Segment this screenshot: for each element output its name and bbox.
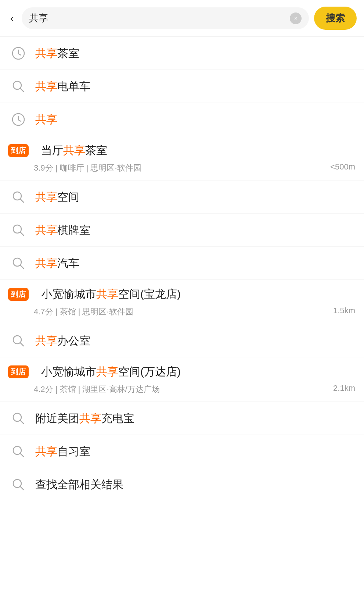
header: ‹ 共享 × 搜索 <box>0 0 364 37</box>
search-icon <box>9 478 28 492</box>
dao-dian-badge-wrap: 到店 <box>9 144 28 157</box>
item-content: 共享汽车 <box>35 256 355 271</box>
item-title: 共享自习室 <box>35 444 355 459</box>
store-row: 到店 当厅共享茶室 <box>9 143 355 158</box>
dao-dian-badge: 到店 <box>8 288 29 301</box>
store-distance: <500m <box>330 162 355 172</box>
store-list-item[interactable]: 到店 小宽愉城市共享空间(宝龙店) 4.7分 | 茶馆 | 思明区·软件园 1.… <box>0 280 364 324</box>
store-meta-row: 4.7分 | 茶馆 | 思明区·软件园 1.5km <box>9 304 355 317</box>
svg-line-4 <box>20 88 24 92</box>
search-button[interactable]: 搜索 <box>314 7 357 30</box>
search-icon <box>9 79 28 93</box>
store-meta: 3.9分 | 咖啡厅 | 思明区·软件园 <box>34 163 141 174</box>
item-content: 共享 <box>35 112 355 127</box>
svg-line-21 <box>20 486 24 490</box>
svg-line-11 <box>20 232 24 235</box>
item-title: 附近美团共享充电宝 <box>35 411 355 426</box>
svg-line-7 <box>18 120 21 121</box>
history-icon <box>9 113 28 126</box>
item-title: 共享空间 <box>35 189 355 205</box>
search-input-value[interactable]: 共享 <box>29 12 290 25</box>
store-list-item[interactable]: 到店 小宽愉城市共享空间(万达店) 4.2分 | 茶馆 | 湖里区·高林/万达广… <box>0 357 364 402</box>
item-content: 共享自习室 <box>35 444 355 459</box>
list-item[interactable]: 共享空间 <box>0 181 364 214</box>
list-item[interactable]: 共享茶室 <box>0 37 364 70</box>
clear-button[interactable]: × <box>290 13 302 24</box>
store-row: 到店 小宽愉城市共享空间(万达店) <box>9 364 355 379</box>
list-item[interactable]: 共享汽车 <box>0 247 364 280</box>
store-meta-row: 4.2分 | 茶馆 | 湖里区·高林/万达广场 2.1km <box>9 382 355 395</box>
search-bar: 共享 × <box>22 7 309 29</box>
search-icon <box>9 445 28 458</box>
item-title: 共享办公室 <box>35 333 355 349</box>
store-list-item[interactable]: 到店 当厅共享茶室 3.9分 | 咖啡厅 | 思明区·软件园 <500m <box>0 136 364 181</box>
store-distance: 1.5km <box>333 306 355 315</box>
svg-line-13 <box>20 265 24 268</box>
search-icon <box>9 334 28 348</box>
dao-dian-badge: 到店 <box>8 365 29 378</box>
search-icon <box>9 411 28 425</box>
search-icon <box>9 256 28 270</box>
list-item[interactable]: 共享办公室 <box>0 324 364 357</box>
store-title: 当厅共享茶室 <box>41 143 107 158</box>
item-title: 共享汽车 <box>35 256 355 271</box>
item-content: 查找全部相关结果 <box>35 477 355 492</box>
item-content: 共享办公室 <box>35 333 355 349</box>
store-title: 小宽愉城市共享空间(万达店) <box>41 364 181 379</box>
item-title: 共享电单车 <box>35 79 355 94</box>
store-meta-row: 3.9分 | 咖啡厅 | 思明区·软件园 <500m <box>9 160 355 174</box>
list-item[interactable]: 共享电单车 <box>0 70 364 103</box>
item-content: 共享棋牌室 <box>35 222 355 238</box>
item-content: 共享茶室 <box>35 46 355 61</box>
back-button[interactable]: ‹ <box>7 11 17 26</box>
item-title: 查找全部相关结果 <box>35 477 355 492</box>
search-results-list: 共享茶室 共享电单车 共享 <box>0 37 364 501</box>
item-content: 共享空间 <box>35 189 355 205</box>
dao-dian-badge: 到店 <box>8 144 29 157</box>
item-title: 共享茶室 <box>35 46 355 61</box>
dao-dian-badge-wrap: 到店 <box>9 365 28 378</box>
svg-line-17 <box>20 420 24 424</box>
svg-line-2 <box>18 54 21 55</box>
list-item[interactable]: 查找全部相关结果 <box>0 468 364 501</box>
svg-line-9 <box>20 199 24 202</box>
store-distance: 2.1km <box>333 383 355 393</box>
dao-dian-badge-wrap: 到店 <box>9 288 28 301</box>
search-icon <box>9 223 28 237</box>
item-title: 共享 <box>35 112 355 127</box>
svg-line-19 <box>20 453 24 457</box>
history-icon <box>9 46 28 60</box>
item-content: 共享电单车 <box>35 79 355 94</box>
item-content: 附近美团共享充电宝 <box>35 411 355 426</box>
search-icon <box>9 190 28 204</box>
store-title: 小宽愉城市共享空间(宝龙店) <box>41 286 181 302</box>
svg-line-15 <box>20 343 24 346</box>
store-row: 到店 小宽愉城市共享空间(宝龙店) <box>9 286 355 302</box>
list-item[interactable]: 共享 <box>0 103 364 136</box>
list-item[interactable]: 共享棋牌室 <box>0 214 364 247</box>
store-meta: 4.7分 | 茶馆 | 思明区·软件园 <box>34 306 133 317</box>
list-item[interactable]: 附近美团共享充电宝 <box>0 402 364 435</box>
store-meta: 4.2分 | 茶馆 | 湖里区·高林/万达广场 <box>34 384 160 395</box>
list-item[interactable]: 共享自习室 <box>0 435 364 468</box>
item-title: 共享棋牌室 <box>35 222 355 238</box>
